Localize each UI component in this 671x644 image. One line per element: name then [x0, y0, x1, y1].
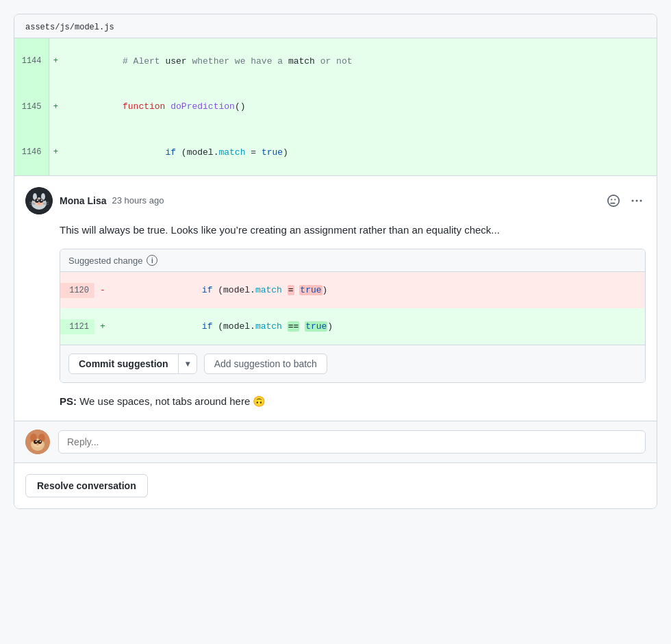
- emoji-button[interactable]: [605, 193, 622, 208]
- suggestion-added-sign: +: [94, 321, 111, 332]
- suggestion-added-row: 1121 + if (model.match == true): [60, 308, 645, 345]
- filename: assets/js/model.js: [25, 23, 114, 32]
- svg-point-28: [37, 444, 39, 445]
- comment-ps: PS: We use spaces, not tabs around here …: [60, 394, 646, 410]
- ps-label: PS:: [60, 395, 77, 407]
- comment-section: Mona Lisa 23 hours ago: [14, 175, 657, 421]
- svg-point-26: [36, 441, 37, 442]
- suggestion-added-linenum: 1121: [60, 319, 94, 334]
- comment-time: 23 hours ago: [112, 195, 164, 206]
- suggestion-box: Suggested change i 1120 - if (model.matc…: [60, 249, 646, 383]
- svg-point-7: [35, 199, 39, 203]
- suggestion-removed-sign: -: [94, 285, 111, 295]
- commit-suggestion-dropdown-icon[interactable]: ▾: [179, 355, 197, 373]
- diff-sign-1146: +: [49, 129, 62, 175]
- svg-point-10: [41, 199, 42, 201]
- commit-suggestion-label: Commit suggestion: [69, 354, 179, 373]
- diff-row-1145: 1145 + function doPrediction(): [14, 84, 657, 130]
- diff-code-1146: if (model.match = true): [62, 129, 657, 175]
- svg-point-17: [636, 199, 638, 201]
- suggestion-header: Suggested change i: [60, 249, 645, 272]
- svg-point-18: [640, 199, 642, 201]
- suggestion-added-code: if (model.match == true): [111, 308, 645, 345]
- comment-author: Mona Lisa: [60, 195, 106, 206]
- comment-body: This will always be true. Looks like you…: [60, 223, 646, 238]
- diff-linenum-1146: 1146: [14, 129, 49, 175]
- diff-row-1144: 1144 + # Alert user whether we have a ma…: [14, 38, 657, 84]
- info-icon: i: [147, 255, 157, 266]
- diff-linenum-1145: 1145: [14, 84, 49, 130]
- diff-code-1144: # Alert user whether we have a match or …: [62, 38, 657, 84]
- suggestion-removed-code: if (model.match = true): [111, 272, 645, 308]
- reply-avatar: [25, 430, 50, 454]
- main-card: assets/js/model.js 1144 + # Alert user w…: [14, 14, 657, 509]
- reply-section: [14, 421, 657, 462]
- resolve-section: Resolve conversation: [14, 462, 657, 508]
- avatar-image: [25, 187, 53, 214]
- svg-point-16: [632, 199, 634, 201]
- comment-meta: Mona Lisa 23 hours ago: [60, 195, 164, 206]
- comment-header-left: Mona Lisa 23 hours ago: [25, 187, 164, 214]
- svg-point-11: [38, 202, 40, 204]
- diff-sign-1145: +: [49, 84, 62, 130]
- diff-code-1145: function doPrediction(): [62, 84, 657, 130]
- avatar: [25, 187, 53, 214]
- reply-input[interactable]: [58, 430, 646, 454]
- file-header: assets/js/model.js: [14, 14, 657, 38]
- suggestion-label: Suggested change: [68, 256, 142, 266]
- diff-row-1146: 1146 + if (model.match = true): [14, 129, 657, 175]
- reply-avatar-image: [25, 430, 50, 454]
- suggestion-removed-linenum: 1120: [60, 283, 94, 298]
- diff-linenum-1144: 1144: [14, 38, 49, 84]
- diff-table: 1144 + # Alert user whether we have a ma…: [14, 38, 657, 175]
- suggestion-diff: 1120 - if (model.match = true) 1121 + if…: [60, 272, 645, 345]
- suggestion-removed-row: 1120 - if (model.match = true): [60, 272, 645, 308]
- suggestion-actions: Commit suggestion ▾ Add suggestion to ba…: [60, 345, 645, 382]
- svg-point-24: [34, 440, 38, 444]
- svg-point-9: [37, 199, 38, 201]
- comment-actions: [605, 193, 646, 208]
- ps-text: We use spaces, not tabs around here 🙃: [79, 395, 266, 407]
- comment-header: Mona Lisa 23 hours ago: [25, 187, 646, 214]
- more-options-button[interactable]: [628, 198, 646, 203]
- svg-point-25: [38, 440, 42, 444]
- resolve-conversation-button[interactable]: Resolve conversation: [25, 474, 148, 497]
- svg-point-27: [40, 441, 41, 442]
- commit-suggestion-button[interactable]: Commit suggestion ▾: [68, 354, 197, 374]
- svg-point-8: [39, 199, 43, 203]
- add-to-batch-button[interactable]: Add suggestion to batch: [204, 354, 327, 374]
- diff-sign-1144: +: [49, 38, 62, 84]
